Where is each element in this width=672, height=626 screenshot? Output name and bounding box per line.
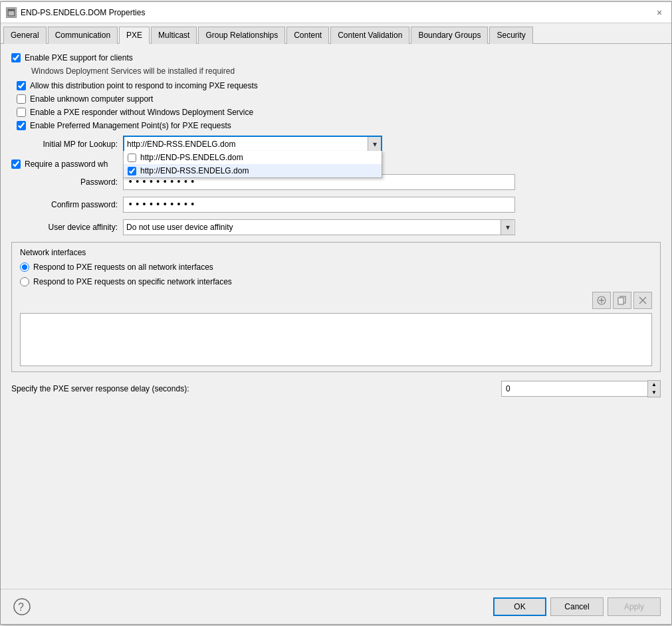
pxe-content: Enable PXE support for clients Windows D… [1, 44, 671, 589]
enable-pxe-checkbox[interactable] [11, 53, 21, 62]
radio-all-interfaces-label: Respond to PXE requests on all network i… [33, 262, 213, 272]
delete-icon [638, 296, 647, 305]
delay-row: Specify the PXE server response delay (s… [11, 380, 661, 397]
dropdown-item-1-checkbox[interactable] [128, 167, 136, 175]
svg-text:?: ? [18, 601, 24, 613]
tab-security[interactable]: Security [489, 27, 532, 44]
delay-increment-button[interactable]: ▲ [648, 381, 660, 389]
delete-interface-button[interactable] [633, 292, 652, 309]
cancel-button[interactable]: Cancel [550, 597, 604, 616]
copy-icon [617, 296, 627, 305]
window-icon [6, 7, 17, 18]
enable-responder-label: Enable a PXE responder without Windows D… [30, 108, 253, 117]
allow-incoming-label: Allow this distribution point to respond… [30, 81, 258, 90]
svg-rect-1 [8, 9, 15, 11]
user-affinity-label: User device affinity: [11, 223, 118, 232]
ok-button[interactable]: OK [493, 597, 546, 616]
confirm-password-row: Confirm password: [11, 197, 661, 213]
wds-info-text: Windows Deployment Services will be inst… [31, 66, 661, 76]
copy-interface-button[interactable] [613, 292, 631, 309]
radio-all-interfaces[interactable] [20, 262, 29, 272]
delay-spinner: ▲ ▼ [501, 380, 661, 397]
tab-pxe[interactable]: PXE [119, 27, 150, 44]
dropdown-item-0[interactable]: http://END-PS.ENDELG.dom [124, 151, 382, 164]
password-label: Password: [11, 177, 118, 187]
confirm-password-label: Confirm password: [11, 200, 118, 209]
user-affinity-row: User device affinity: Do not use user de… [11, 219, 661, 235]
title-bar: END-PS.ENDELG.DOM Properties × [1, 2, 671, 23]
delay-decrement-button[interactable]: ▼ [648, 389, 660, 397]
tab-group-relationships[interactable]: Group Relationships [198, 27, 285, 44]
dropdown-item-1-label: http://END-RSS.ENDELG.dom [140, 166, 249, 175]
require-password-checkbox[interactable] [11, 159, 21, 169]
add-icon [597, 296, 606, 305]
radio-specific-interfaces-label: Respond to PXE requests on specific netw… [33, 277, 232, 286]
enable-pxe-label: Enable PXE support for clients [25, 53, 133, 62]
enable-responder-checkbox[interactable] [17, 108, 26, 117]
initial-mp-row: Initial MP for Lookup: ▾ http://END-PS.E… [11, 136, 661, 153]
initial-mp-dropdown-list: http://END-PS.ENDELG.dom http://END-RSS.… [123, 151, 382, 178]
radio-specific-interfaces-row: Respond to PXE requests on specific netw… [20, 277, 652, 286]
initial-mp-label: Initial MP for Lookup: [11, 140, 118, 149]
tab-content-validation[interactable]: Content Validation [330, 27, 409, 44]
window-title: END-PS.ENDELG.DOM Properties [21, 8, 145, 17]
tab-boundary-groups[interactable]: Boundary Groups [411, 27, 488, 44]
footer-left: ? [11, 596, 33, 617]
require-password-label: Require a password wh [25, 159, 108, 169]
help-icon: ? [11, 596, 33, 617]
enable-preferred-mp-checkbox[interactable] [17, 121, 26, 130]
network-interfaces-group: Network interfaces Respond to PXE reques… [11, 242, 661, 372]
affinity-container: Do not use user device affinity Allow us… [123, 219, 515, 235]
tab-content[interactable]: Content [286, 27, 329, 44]
apply-button[interactable]: Apply [608, 597, 661, 616]
interfaces-list[interactable] [20, 313, 652, 366]
enable-unknown-label: Enable unknown computer support [30, 94, 153, 104]
tab-multicast[interactable]: Multicast [151, 27, 197, 44]
enable-responder-row: Enable a PXE responder without Windows D… [17, 108, 661, 117]
enable-pxe-row: Enable PXE support for clients [11, 53, 661, 62]
title-bar-left: END-PS.ENDELG.DOM Properties [6, 7, 145, 18]
delay-input[interactable] [501, 381, 647, 397]
main-window: END-PS.ENDELG.DOM Properties × General C… [0, 1, 672, 625]
delay-label: Specify the PXE server response delay (s… [11, 384, 496, 393]
allow-incoming-checkbox[interactable] [17, 81, 26, 90]
enable-preferred-mp-row: Enable Preferred Management Point(s) for… [17, 121, 661, 130]
spinner-buttons: ▲ ▼ [647, 380, 661, 397]
tab-general[interactable]: General [3, 27, 47, 44]
initial-mp-dropdown-container: ▾ http://END-PS.ENDELG.dom http://END-RS… [123, 136, 382, 153]
dropdown-item-0-label: http://END-PS.ENDELG.dom [140, 153, 243, 162]
enable-preferred-mp-label: Enable Preferred Management Point(s) for… [30, 121, 231, 130]
add-interface-button[interactable] [592, 292, 611, 309]
dropdown-item-0-checkbox[interactable] [128, 154, 136, 162]
network-toolbar [20, 292, 652, 309]
network-interfaces-legend: Network interfaces [20, 248, 652, 257]
radio-specific-interfaces[interactable] [20, 277, 29, 286]
enable-unknown-row: Enable unknown computer support [17, 94, 661, 104]
allow-incoming-row: Allow this distribution point to respond… [17, 81, 661, 90]
tab-bar: General Communication PXE Multicast Grou… [1, 23, 671, 44]
radio-all-interfaces-row: Respond to PXE requests on all network i… [20, 262, 652, 272]
enable-unknown-checkbox[interactable] [17, 94, 26, 104]
svg-rect-6 [618, 298, 623, 304]
dropdown-item-1[interactable]: http://END-RSS.ENDELG.dom [124, 164, 382, 177]
confirm-password-input[interactable] [123, 197, 515, 213]
footer-buttons: OK Cancel Apply [493, 597, 661, 616]
footer: ? OK Cancel Apply [1, 589, 671, 624]
tab-communication[interactable]: Communication [48, 27, 118, 44]
close-button[interactable]: × [653, 6, 666, 19]
user-affinity-select[interactable]: Do not use user device affinity Allow us… [123, 219, 515, 235]
